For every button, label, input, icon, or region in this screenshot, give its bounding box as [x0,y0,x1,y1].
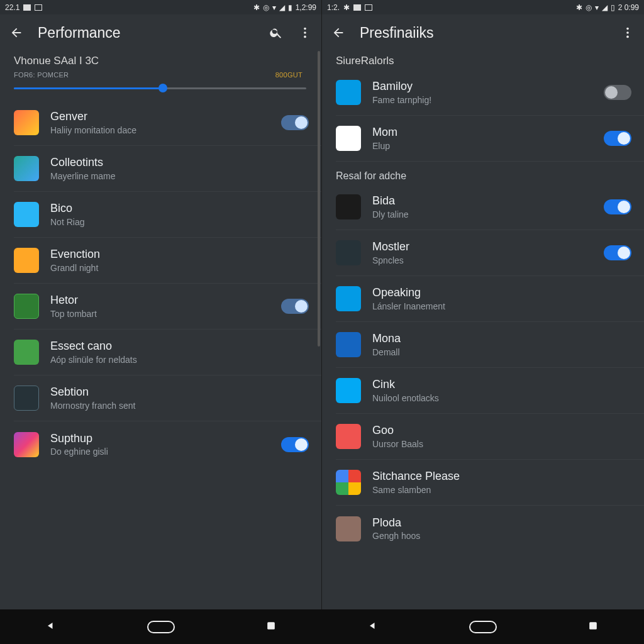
app-icon [336,286,361,311]
nav-recent-icon[interactable] [265,619,277,635]
wifi-icon: ▾ [272,3,276,12]
item-name: Cink [372,378,631,392]
list-item[interactable]: MostlerSpncles [336,230,644,276]
item-name: Mom [372,126,604,140]
list-item[interactable]: GooUursor Baals [336,414,644,460]
page-title: Presfinaiiks [360,25,434,42]
page-title: Performance [38,25,121,42]
list-item[interactable]: GenverHaliiy monitation dace [14,100,321,146]
list-item[interactable]: PlodaGengh hoos [336,506,644,552]
list-item[interactable]: HetorTop tombart [14,284,321,330]
signal-icon: ◢ [602,3,608,12]
status-left-text: 1:2. [327,3,340,12]
app-icon [14,248,39,273]
svg-rect-6 [267,622,275,630]
subheader: Vhonue SAal I 3C [14,55,321,67]
performance-slider[interactable] [14,82,306,94]
nav-home-icon[interactable] [469,621,497,633]
svg-point-0 [304,28,306,30]
toggle-switch[interactable] [604,245,631,260]
list-item[interactable]: BidaDly taline [336,184,644,230]
item-name: Sebtion [50,386,309,399]
item-subtitle: Gengh hoos [372,531,631,541]
status-bar: 22.1 ✱ ◎ ▾ ◢ ▮ 1,2:99 [0,0,321,14]
list-item[interactable]: ColleotintsMayerline mame [14,146,321,192]
app-icon [14,110,39,135]
svg-point-2 [304,36,306,38]
location-icon: ◎ [263,3,269,12]
back-icon[interactable] [9,25,24,40]
notification-icon [35,4,42,11]
list-item[interactable]: BamiloyFame tarnphig! [336,70,644,116]
wifi-icon: ▾ [595,3,599,12]
slider-thumb[interactable] [158,84,167,92]
toggle-switch[interactable] [281,437,309,452]
item-subtitle: Haliiy monitation dace [50,125,281,135]
nav-recent-icon[interactable] [587,619,599,635]
app-icon [336,126,361,151]
nav-home-icon[interactable] [147,621,175,633]
slider-right-label: 800GUT [275,71,303,79]
item-name: Bico [50,202,309,216]
list-item[interactable]: BicoNot Riag [14,192,321,238]
app-icon [336,470,361,495]
list-item[interactable]: OpeakingLánsler Inanement [336,276,644,322]
item-subtitle: Nuilool enotlacks [372,393,631,403]
list-item[interactable]: SupthupDo eghine gisli [14,421,321,467]
nav-back-icon[interactable] [45,619,57,635]
section-header: Resal for adche [336,170,644,182]
list-item[interactable]: Sitchance PleaseSame slamben [336,460,644,506]
item-name: Evenction [50,248,309,262]
bluetooth-icon: ✱ [343,3,350,12]
item-subtitle: Grandl night [50,263,309,273]
item-name: Essect cano [50,340,309,353]
toggle-switch[interactable] [604,131,631,146]
scrollbar[interactable] [318,51,320,347]
app-bar: Presfinaiiks [322,14,644,51]
toggle-switch[interactable] [604,85,631,100]
item-subtitle: Lánsler Inanement [372,301,631,311]
list-item[interactable]: CinkNuilool enotlacks [336,368,644,414]
list-item[interactable]: SebtionMornostry franch sent [14,375,321,421]
back-icon[interactable] [331,25,346,40]
svg-rect-7 [589,622,597,630]
item-subtitle: Aóp slinüle for neldats [50,355,309,365]
item-subtitle: Do eghine gisli [50,447,281,457]
item-name: Mona [372,332,631,346]
notification-icon [353,4,361,11]
app-icon [14,432,39,457]
item-subtitle: Spncles [372,255,604,265]
notification-icon [23,4,31,11]
list-item[interactable]: MonaDemall [336,322,644,368]
svg-point-1 [304,31,306,34]
status-clock: 1,2:99 [296,3,316,12]
right-screen: 1:2. ✱ ✱ ◎ ▾ ◢ ▯ 2 0:99 Presfinaiiks Siu… [322,0,644,609]
app-icon [14,294,39,319]
list-item[interactable]: Essect canoAóp slinüle for neldats [14,330,321,375]
overflow-icon[interactable] [297,25,313,40]
toggle-switch[interactable] [604,199,631,214]
toggle-switch[interactable] [281,115,309,130]
bluetooth-icon: ✱ [253,3,260,12]
app-icon [336,80,361,105]
list-item[interactable]: EvenctionGrandl night [14,238,321,284]
item-name: Supthup [50,432,281,446]
status-clock: 2 0:99 [618,3,639,12]
item-subtitle: Fame tarnphig! [372,95,604,105]
search-icon[interactable] [269,25,284,40]
overflow-icon[interactable] [620,25,635,40]
app-bar: Performance [0,14,321,51]
item-name: Bamiloy [372,80,604,94]
battery-icon: ▮ [288,3,292,12]
item-subtitle: Top tombart [50,309,281,319]
svg-point-3 [626,28,629,30]
app-icon [14,386,39,411]
list-item[interactable]: MomElup [336,116,644,162]
item-name: Mostler [372,240,604,254]
item-name: Ploda [372,516,631,530]
item-name: Goo [372,424,631,438]
item-name: Bida [372,194,604,208]
toggle-switch[interactable] [281,299,309,314]
notification-icon [365,4,372,11]
nav-back-icon[interactable] [367,619,379,635]
